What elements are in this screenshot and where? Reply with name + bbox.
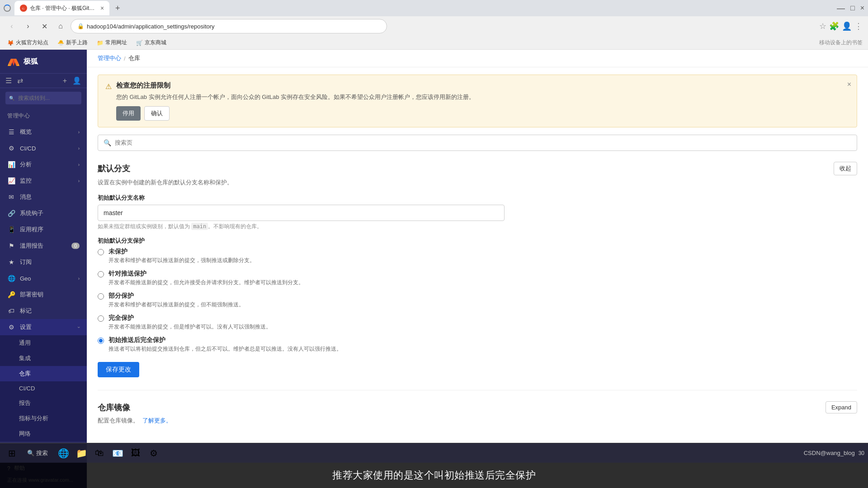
radio-partial-input[interactable] xyxy=(98,293,104,300)
sidebar-search-input[interactable] xyxy=(5,92,81,104)
bookmark-jd[interactable]: 🛒 京东商城 xyxy=(134,38,168,47)
taskbar-store[interactable]: 🛍 xyxy=(91,445,108,461)
sidebar-item-subscription[interactable]: ★ 订阅 xyxy=(0,254,87,270)
sidebar-item-abuse[interactable]: ⚑ 滥用报告 0 xyxy=(0,238,87,254)
tab-close-button[interactable]: × xyxy=(100,5,104,12)
monitor-arrow: › xyxy=(78,178,80,183)
geo-icon: 🌐 xyxy=(7,274,15,282)
analytics-icon: 📊 xyxy=(7,160,15,169)
sidebar-cicd-label: CI/CD xyxy=(20,145,36,152)
alert-actions: 停用 确认 xyxy=(116,106,849,121)
sidebar-logo-text: 极狐 xyxy=(24,57,38,66)
taskbar-explorer[interactable]: 📁 xyxy=(73,445,90,461)
taskbar-mail[interactable]: 📧 xyxy=(109,445,126,461)
sidebar-subitem-cicd[interactable]: CI/CD xyxy=(0,381,87,395)
sidebar-toggle-button[interactable]: ☰ xyxy=(5,76,12,85)
home-button[interactable]: ⌂ xyxy=(54,20,67,33)
sidebar-merge-icon[interactable]: ⇄ xyxy=(17,76,23,85)
sidebar-item-messages[interactable]: ✉ 消息 xyxy=(0,189,87,205)
sidebar-subitem-repository[interactable]: 仓库 xyxy=(0,366,87,381)
breadcrumb-admin[interactable]: 管理中心 xyxy=(98,54,121,62)
sidebar-subitem-general[interactable]: 通用 xyxy=(0,335,87,351)
sidebar-user-icon[interactable]: 👤 xyxy=(72,76,81,85)
disable-button[interactable]: 停用 xyxy=(116,106,141,121)
taskbar-search[interactable]: 🔍 搜索 xyxy=(22,445,53,461)
sidebar-item-analytics[interactable]: 📊 分析 › xyxy=(0,156,87,173)
tab-title: 仓库 · 管理中心 · 极狐GitLab xyxy=(30,5,98,12)
sidebar-item-geo[interactable]: 🌐 Geo › xyxy=(0,270,87,286)
branch-name-input[interactable] xyxy=(98,205,505,221)
gitlab-logo-icon xyxy=(7,55,20,68)
taskbar-search-icon: 🔍 xyxy=(27,450,34,456)
bookmark-newbie[interactable]: 🐣 新手上路 xyxy=(56,38,90,47)
expand-button[interactable]: Expand xyxy=(826,401,857,413)
radio-push-protected-input[interactable] xyxy=(98,271,104,277)
window-minimize-button[interactable]: — xyxy=(837,4,845,13)
overview-icon: ☰ xyxy=(7,128,15,136)
subscription-icon: ★ xyxy=(7,258,15,266)
sidebar-monitor-label: 监控 xyxy=(20,177,32,185)
active-tab[interactable]: G 仓库 · 管理中心 · 极狐GitLab × xyxy=(14,1,109,15)
url-text: hadoop104/admin/application_settings/rep… xyxy=(87,23,215,30)
sidebar-subitem-reports[interactable]: 报告 xyxy=(0,395,87,411)
taskbar-search-label: 搜索 xyxy=(36,449,48,457)
browser-chrome: G 仓库 · 管理中心 · 极狐GitLab × + — □ × ‹ › ✕ ⌂… xyxy=(0,0,868,50)
bookmark-common[interactable]: 📁 常用网址 xyxy=(95,38,129,47)
sidebar-item-labels[interactable]: 🏷 标记 xyxy=(0,303,87,319)
taskbar-settings[interactable]: ⚙ xyxy=(146,445,162,461)
sidebar-subitem-integrations[interactable]: 集成 xyxy=(0,351,87,366)
sidebar-search-area xyxy=(0,88,87,108)
page-search-bar[interactable]: 🔍 xyxy=(98,135,857,151)
learn-more-link[interactable]: 了解更多。 xyxy=(142,417,172,424)
collapse-button[interactable]: 收起 xyxy=(834,162,857,175)
sidebar-subitem-metrics[interactable]: 指标与分析 xyxy=(0,411,87,426)
sidebar-item-cicd[interactable]: ⚙ CI/CD › xyxy=(0,140,87,156)
alert-close-button[interactable]: × xyxy=(847,80,851,89)
sidebar-create-icon[interactable]: + xyxy=(63,77,67,85)
page-search-input[interactable] xyxy=(115,139,851,146)
sidebar-item-hooks[interactable]: 🔗 系统钩子 xyxy=(0,205,87,221)
sidebar-overview-label: 概览 xyxy=(20,128,32,136)
branch-name-hint: 如果未指定群组或实例级别，默认值为 main。不影响现有的仓库。 xyxy=(98,223,857,230)
bookmark-star-icon[interactable]: ☆ xyxy=(819,21,826,31)
window-close-button[interactable]: × xyxy=(860,4,864,12)
default-branch-desc: 设置在实例中创建的新仓库的默认分支名称和保护。 xyxy=(98,178,857,187)
radio-unprotected-input[interactable] xyxy=(98,249,104,255)
taskbar-photos[interactable]: 🖼 xyxy=(127,445,144,461)
sidebar-item-admin[interactable]: 管理中心 xyxy=(0,108,87,124)
new-tab-button[interactable]: + xyxy=(111,2,124,14)
confirm-button[interactable]: 确认 xyxy=(144,106,170,121)
breadcrumb: 管理中心 / 仓库 xyxy=(87,50,868,67)
back-button[interactable]: ‹ xyxy=(5,20,18,33)
radio-initial-push-full-input[interactable] xyxy=(98,338,104,344)
settings-arrow: › xyxy=(76,326,81,328)
refresh-button[interactable]: ✕ xyxy=(38,20,51,33)
extensions-icon[interactable]: 🧩 xyxy=(829,21,839,31)
breadcrumb-current: 仓库 xyxy=(128,54,140,62)
search-icon: 🔍 xyxy=(104,139,111,146)
sidebar-item-apps[interactable]: 📱 应用程序 xyxy=(0,221,87,238)
address-bar[interactable]: 🔒 hadoop104/admin/application_settings/r… xyxy=(71,19,387,33)
firefox-icon: 🦊 xyxy=(7,40,14,46)
sidebar-item-monitor[interactable]: 📈 监控 › xyxy=(0,173,87,189)
tab-favicon: G xyxy=(20,5,27,12)
sidebar-item-settings[interactable]: ⚙ 设置 › xyxy=(0,319,87,335)
taskbar-windows-icon[interactable]: ⊞ xyxy=(4,445,20,461)
save-changes-button[interactable]: 保存更改 xyxy=(98,362,139,377)
mirror-title: 仓库镜像 xyxy=(98,402,130,413)
sidebar-item-deploy-keys[interactable]: 🔑 部署密钥 xyxy=(0,286,87,303)
forward-button[interactable]: › xyxy=(22,20,34,33)
reports-label: 报告 xyxy=(19,399,31,407)
radio-partial: 部分保护 开发者和维护者都可以推送新的提交，但不能强制推送。 xyxy=(98,292,857,309)
bookmark-firefox[interactable]: 🦊 火狐官方站点 xyxy=(5,38,50,47)
window-maximize-button[interactable]: □ xyxy=(850,4,855,12)
menu-icon[interactable]: ⋮ xyxy=(854,21,863,31)
alert-description: 您的 GitLab 实例允许任何人注册一个帐户，面向公众的 GitLab 实例存… xyxy=(116,93,849,102)
sidebar-logo[interactable]: 极狐 xyxy=(0,50,87,74)
profile-icon[interactable]: 👤 xyxy=(842,21,852,31)
sidebar-subitem-network[interactable]: 网络 xyxy=(0,426,87,441)
radio-full-input[interactable] xyxy=(98,315,104,322)
sidebar-item-overview[interactable]: ☰ 概览 › xyxy=(0,124,87,140)
default-branch-section: 默认分支 收起 设置在实例中创建的新仓库的默认分支名称和保护。 初始默认分支名称… xyxy=(98,162,857,378)
taskbar-chrome[interactable]: 🌐 xyxy=(55,445,71,461)
